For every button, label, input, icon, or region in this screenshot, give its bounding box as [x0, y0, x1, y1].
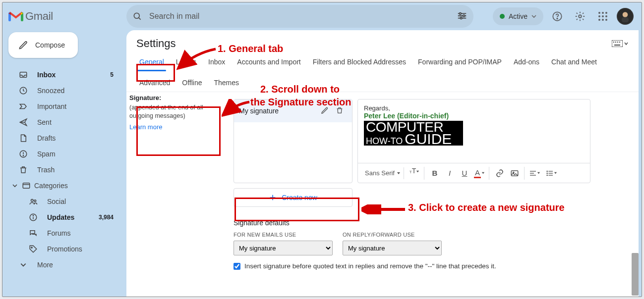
page-title: Settings	[136, 37, 176, 50]
reply-forward-select[interactable]: My signature	[343, 241, 442, 255]
tab-offline[interactable]: Offline	[176, 74, 208, 92]
svg-point-13	[598, 12, 600, 14]
svg-rect-43	[614, 45, 620, 46]
tab-themes[interactable]: Themes	[208, 74, 245, 92]
sidebar-item-categories[interactable]: Categories	[8, 178, 121, 194]
font-family-select[interactable]: Sans Serif	[362, 167, 404, 179]
italic-button[interactable]: I	[443, 167, 456, 180]
sidebar-item-more[interactable]: More	[8, 257, 121, 273]
learn-more-link[interactable]: Learn more	[129, 123, 162, 131]
tab-forwarding-and-pop-imap[interactable]: Forwarding and POP/IMAP	[412, 53, 508, 71]
tab-inbox[interactable]: Inbox	[202, 53, 231, 71]
info-icon	[28, 213, 38, 222]
svg-point-23	[623, 12, 628, 17]
search-filter-icon[interactable]	[457, 10, 468, 23]
list-button[interactable]	[545, 167, 558, 180]
checkbox-input[interactable]	[234, 263, 240, 270]
search-placeholder: Search in mail	[149, 12, 457, 21]
tab-chat-and-meet[interactable]: Chat and Meet	[545, 53, 603, 71]
sidebar-item-updates[interactable]: Updates3,984	[8, 209, 121, 225]
insert-before-quoted-checkbox[interactable]: Insert signature before quoted text in r…	[234, 262, 629, 270]
edit-icon[interactable]	[317, 106, 332, 116]
sidebar-item-spam[interactable]: Spam	[8, 146, 121, 162]
pencil-icon	[18, 40, 28, 50]
signature-editor[interactable]: Regards, Peter Lee (Editor-in-chief) COM…	[357, 99, 590, 183]
svg-rect-41	[617, 42, 618, 43]
search-bar[interactable]: Search in mail	[126, 5, 473, 28]
new-emails-select[interactable]: My signature	[234, 241, 333, 255]
important-icon	[18, 102, 28, 111]
svg-point-15	[605, 12, 607, 14]
signature-list: My signature	[234, 99, 352, 183]
svg-rect-42	[619, 42, 620, 43]
categories-icon	[21, 181, 31, 190]
svg-point-37	[31, 247, 32, 248]
svg-rect-24	[622, 17, 629, 23]
sidebar-item-promotions[interactable]: Promotions	[8, 241, 121, 257]
help-icon[interactable]	[548, 7, 566, 25]
tag-icon	[28, 245, 38, 253]
gear-icon[interactable]	[571, 7, 589, 25]
text-color-button[interactable]: A	[473, 167, 486, 180]
editor-logo-image: COMPUTER HOW-TOGUIDE	[364, 121, 463, 146]
sidebar-item-forums[interactable]: Forums	[8, 225, 121, 241]
app-header: Gmail Search in mail Active	[2, 2, 642, 30]
create-new-signature-button[interactable]: Create new	[234, 188, 352, 207]
status-pill[interactable]: Active	[493, 7, 543, 25]
sidebar-item-sent[interactable]: Sent	[8, 114, 121, 130]
tab-filters-and-blocked-addresses[interactable]: Filters and Blocked Addresses	[307, 53, 412, 71]
svg-line-3	[139, 18, 141, 20]
compose-label: Compose	[35, 41, 65, 49]
main-panel: Settings GeneralLabelsInboxAccounts and …	[126, 30, 639, 297]
image-button[interactable]	[508, 167, 521, 180]
svg-point-20	[602, 19, 604, 21]
trash-icon	[18, 165, 28, 174]
editor-line-regards: Regards,	[364, 104, 584, 112]
svg-point-14	[602, 12, 604, 14]
tab-add-ons[interactable]: Add-ons	[508, 53, 545, 71]
sidebar-item-snoozed[interactable]: Snoozed	[8, 83, 121, 99]
chevron-down-icon	[18, 261, 28, 268]
sidebar-item-trash[interactable]: Trash	[8, 162, 121, 178]
svg-point-53	[547, 173, 547, 173]
tab-accounts-and-import[interactable]: Accounts and Import	[231, 53, 306, 71]
sidebar-item-social[interactable]: Social	[8, 194, 121, 209]
font-size-button[interactable]: TT	[408, 167, 421, 180]
sidebar: Compose Inbox5SnoozedImportantSentDrafts…	[2, 30, 126, 297]
defaults-title: Signature defaults	[234, 219, 629, 227]
signature-description: (appended at the end of all outgoing mes…	[129, 103, 205, 120]
editor-body[interactable]: Regards, Peter Lee (Editor-in-chief) COM…	[358, 100, 590, 163]
people-icon	[28, 197, 38, 206]
tab-labels[interactable]: Labels	[170, 53, 202, 71]
svg-point-36	[33, 215, 33, 216]
input-tools-button[interactable]	[612, 40, 629, 47]
signature-heading: Signature:	[129, 94, 205, 101]
avatar[interactable]	[617, 8, 634, 25]
trash-icon[interactable]	[332, 106, 347, 116]
tab-general[interactable]: General	[133, 53, 170, 71]
svg-point-30	[23, 155, 23, 156]
align-button[interactable]	[528, 167, 541, 180]
new-emails-caption: FOR NEW EMAILS USE	[234, 232, 333, 238]
svg-point-11	[557, 18, 558, 19]
sidebar-item-inbox[interactable]: Inbox5	[8, 67, 121, 83]
scrollbar-thumb[interactable]	[632, 253, 639, 296]
bold-button[interactable]: B	[428, 167, 441, 180]
compose-button[interactable]: Compose	[8, 32, 78, 58]
sidebar-item-important[interactable]: Important	[8, 99, 121, 114]
search-icon	[132, 11, 142, 21]
svg-point-9	[460, 17, 462, 19]
sidebar-item-drafts[interactable]: Drafts	[8, 130, 121, 146]
svg-rect-39	[613, 42, 614, 43]
tab-advanced[interactable]: Advanced	[133, 74, 176, 92]
svg-point-18	[605, 15, 607, 17]
forums-icon	[28, 229, 38, 238]
logo-group[interactable]: Gmail	[8, 10, 126, 23]
signature-item-selected[interactable]: My signature	[234, 100, 352, 122]
editor-toolbar: Sans Serif TT B I U A	[358, 163, 590, 183]
svg-point-33	[34, 200, 36, 202]
underline-button[interactable]: U	[458, 167, 471, 180]
link-button[interactable]	[493, 167, 506, 180]
apps-grid-icon[interactable]	[594, 7, 612, 25]
svg-point-7	[460, 12, 462, 14]
